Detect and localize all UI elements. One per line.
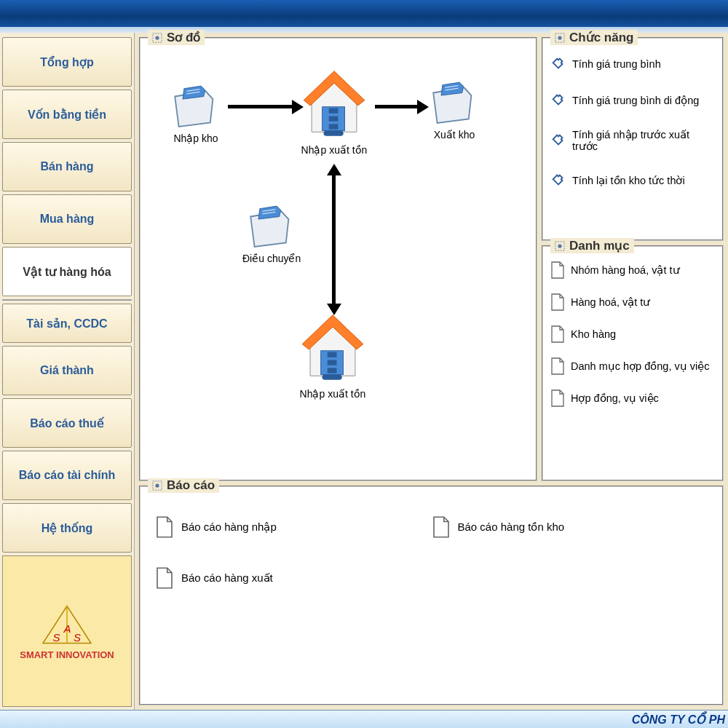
sidebar-item-label: Giá thành bbox=[40, 364, 94, 377]
category-label: Kho hàng bbox=[571, 328, 616, 340]
sidebar-item-von-bang-tien[interactable]: Vốn bằng tiền bbox=[2, 90, 132, 139]
report-label: Báo cáo hàng nhập bbox=[181, 521, 277, 534]
diagram-arrow bbox=[332, 174, 336, 305]
sidebar-item-bao-cao-thue[interactable]: Báo cáo thuế bbox=[2, 398, 132, 448]
sidebar-item-label: Hệ thống bbox=[41, 521, 93, 535]
house-icon bbox=[301, 68, 368, 141]
sidebar-nav: Tổng hợp Vốn bằng tiền Bán hàng Mua hàng… bbox=[0, 33, 135, 710]
node-label: Nhập kho bbox=[173, 132, 218, 144]
report-item[interactable]: Báo cáo hàng xuất bbox=[155, 567, 432, 589]
page-icon bbox=[550, 389, 565, 407]
panel-functions: Chức năng Tính giá trung bình Tính giá t… bbox=[542, 37, 724, 241]
page-icon bbox=[550, 293, 565, 311]
diagram-canvas: Nhập kho Nhập xuất tồn Xuất kho Điều chu… bbox=[141, 43, 536, 480]
panel-title: Chức năng bbox=[550, 30, 638, 45]
panel-reports: Báo cáo Báo cáo hàng nhập Báo cáo hàng x… bbox=[139, 486, 724, 705]
folder-icon bbox=[170, 83, 222, 130]
function-item[interactable]: Tính giá trung bình di động bbox=[543, 82, 722, 119]
report-item[interactable]: Báo cáo hàng nhập bbox=[155, 516, 432, 538]
sidebar-item-tai-san-ccdc[interactable]: Tài sản, CCDC bbox=[2, 304, 132, 343]
sidebar-item-label: Tài sản, CCDC bbox=[26, 317, 107, 331]
category-item[interactable]: Danh mục hợp đồng, vụ việc bbox=[543, 350, 722, 382]
function-label: Tính giá trung bình bbox=[572, 58, 661, 70]
diagram-arrow bbox=[375, 105, 419, 108]
sidebar-item-label: Báo cáo tài chính bbox=[19, 469, 115, 482]
arrow-head-icon bbox=[327, 304, 341, 315]
function-item[interactable]: Tính giá trung bình bbox=[543, 46, 722, 82]
node-nhap-kho[interactable]: Nhập kho bbox=[170, 83, 222, 144]
panel-title: Danh mục bbox=[550, 238, 634, 253]
sidebar-item-label: Vốn bằng tiền bbox=[28, 108, 106, 122]
company-name: CÔNG TY CỔ PH bbox=[632, 713, 725, 727]
folder-icon bbox=[428, 79, 480, 126]
hammer-icon bbox=[550, 132, 566, 149]
hammer-icon bbox=[550, 92, 566, 108]
category-label: Hợp đồng, vụ việc bbox=[571, 392, 659, 404]
report-label: Báo cáo hàng tồn kho bbox=[458, 521, 565, 534]
page-icon bbox=[155, 516, 174, 538]
status-bar: CÔNG TY CỔ PH bbox=[0, 710, 728, 728]
panel-categories: Danh mục Nhóm hàng hoá, vật tư Hàng hoá,… bbox=[542, 245, 724, 481]
hammer-icon bbox=[550, 173, 566, 189]
node-label: Xuất kho bbox=[434, 129, 475, 141]
function-item[interactable]: Tính lại tồn kho tức thời bbox=[543, 162, 722, 199]
category-item[interactable]: Kho hàng bbox=[543, 318, 722, 350]
title-bar bbox=[0, 0, 728, 33]
node-xuat-kho[interactable]: Xuất kho bbox=[428, 79, 480, 141]
page-icon bbox=[432, 516, 451, 538]
arrow-head-icon bbox=[417, 100, 429, 114]
diagram-arrow bbox=[228, 105, 293, 108]
arrow-head-icon bbox=[327, 164, 341, 175]
category-item[interactable]: Hợp đồng, vụ việc bbox=[543, 382, 722, 414]
folder-icon bbox=[245, 203, 298, 250]
panel-right-column: Chức năng Tính giá trung bình Tính giá t… bbox=[542, 37, 724, 481]
house-icon bbox=[299, 312, 366, 385]
logo-text: SMART INNOVATION bbox=[20, 649, 114, 660]
sidebar-item-mua-hang[interactable]: Mua hàng bbox=[2, 194, 132, 244]
sidebar-item-label: Tổng hợp bbox=[40, 55, 93, 69]
gear-icon bbox=[555, 33, 565, 43]
node-nhap-xuat-ton-top[interactable]: Nhập xuất tồn bbox=[301, 68, 368, 156]
node-label: Nhập xuất tồn bbox=[301, 144, 368, 156]
node-label: Nhập xuất tồn bbox=[300, 388, 366, 400]
report-item[interactable]: Báo cáo hàng tồn kho bbox=[432, 516, 708, 538]
sidebar-item-gia-thanh[interactable]: Giá thành bbox=[2, 346, 132, 395]
category-label: Nhóm hàng hoá, vật tư bbox=[571, 264, 680, 276]
gear-icon bbox=[555, 241, 565, 251]
page-icon bbox=[550, 325, 565, 343]
category-label: Danh mục hợp đồng, vụ việc bbox=[571, 360, 709, 372]
gear-icon bbox=[152, 33, 162, 43]
category-label: Hàng hoá, vật tư bbox=[571, 296, 650, 308]
page-icon bbox=[550, 261, 565, 279]
function-label: Tính giá nhập trước xuất trước bbox=[572, 129, 715, 152]
panel-title: Báo cáo bbox=[148, 478, 219, 493]
function-label: Tính lại tồn kho tức thời bbox=[572, 175, 685, 186]
function-label: Tính giá trung bình di động bbox=[572, 95, 699, 106]
sidebar-item-ban-hang[interactable]: Bán hàng bbox=[2, 142, 132, 191]
report-label: Báo cáo hàng xuất bbox=[181, 571, 273, 585]
sidebar-item-label: Báo cáo thuế bbox=[30, 416, 104, 430]
panel-diagram: Sơ đồ Nhập kho Nhập xuất tồn Xuất kho bbox=[139, 37, 537, 481]
category-item[interactable]: Hàng hoá, vật tư bbox=[543, 286, 722, 318]
node-dieu-chuyen[interactable]: Điều chuyển bbox=[242, 203, 301, 264]
content-area: Sơ đồ Nhập kho Nhập xuất tồn Xuất kho bbox=[135, 33, 728, 710]
logo-icon bbox=[38, 603, 96, 646]
sidebar-item-bao-cao-tai-chinh[interactable]: Báo cáo tài chính bbox=[2, 451, 132, 500]
sidebar-item-tong-hop[interactable]: Tổng hợp bbox=[2, 37, 132, 87]
page-icon bbox=[155, 567, 174, 589]
gear-icon bbox=[152, 480, 162, 491]
sidebar-item-label: Mua hàng bbox=[40, 213, 95, 226]
function-item[interactable]: Tính giá nhập trước xuất trước bbox=[543, 119, 722, 162]
node-label: Điều chuyển bbox=[242, 253, 301, 264]
sidebar-item-label: Bán hàng bbox=[41, 160, 94, 173]
arrow-head-icon bbox=[292, 100, 304, 114]
sidebar-item-vat-tu-hang-hoa[interactable]: Vật tư hàng hóa bbox=[2, 247, 132, 296]
sidebar-item-he-thong[interactable]: Hệ thống bbox=[2, 503, 132, 553]
hammer-icon bbox=[550, 56, 566, 72]
page-icon bbox=[550, 357, 565, 375]
logo-area: SMART INNOVATION bbox=[2, 555, 132, 707]
node-nhap-xuat-ton-bottom[interactable]: Nhập xuất tồn bbox=[299, 312, 366, 400]
sidebar-divider bbox=[2, 299, 132, 301]
sidebar-item-label: Vật tư hàng hóa bbox=[23, 265, 111, 279]
category-item[interactable]: Nhóm hàng hoá, vật tư bbox=[543, 254, 722, 286]
